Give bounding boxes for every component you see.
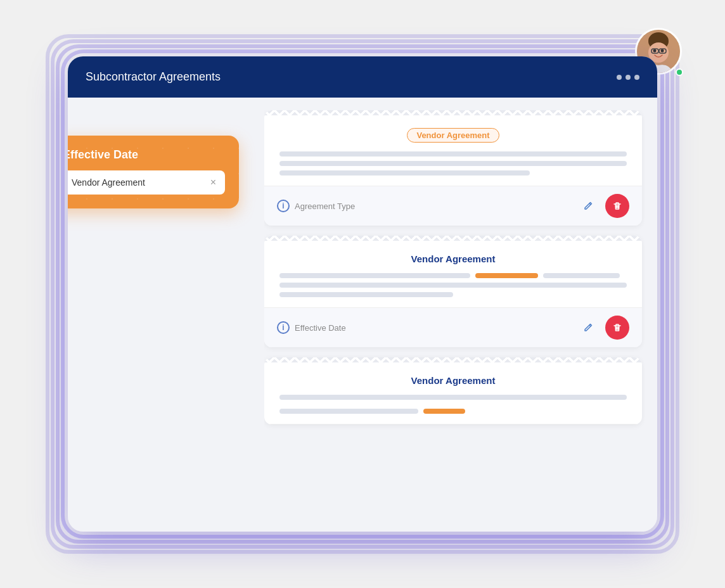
header-dot-3 xyxy=(634,75,639,80)
card-2-footer-left: i Effective Date xyxy=(277,321,346,334)
card-2-line-row-1 xyxy=(279,273,627,278)
edit-button[interactable] xyxy=(577,195,599,217)
card-1-title-badge: Vendor Agreement xyxy=(407,128,499,143)
card-3-lines xyxy=(279,395,627,414)
app-body: Effective Date Vendor Agreement × Vendor… xyxy=(68,98,657,532)
card-line xyxy=(279,170,530,176)
card-1-footer-actions xyxy=(577,194,629,218)
outer-wrapper: Subcontractor Agreements Effective Date … xyxy=(46,34,679,554)
card-2-lines xyxy=(279,273,627,297)
agreement-card-2: Vendor Agreement xyxy=(264,236,642,347)
card-line xyxy=(279,395,627,400)
svg-point-3 xyxy=(653,49,657,53)
card-2-footer-actions xyxy=(577,316,629,340)
card-2-title: Vendor Agreement xyxy=(279,253,627,264)
header-dot-2 xyxy=(626,75,631,80)
info-icon: i xyxy=(277,200,290,212)
agreement-card-3: Vendor Agreement xyxy=(264,357,642,425)
content-area: Vendor Agreement i Agreement Type xyxy=(264,110,645,519)
app-window: Subcontractor Agreements Effective Date … xyxy=(68,56,657,532)
effective-date-label: Effective Date xyxy=(68,148,225,162)
card-1-footer: i Agreement Type xyxy=(264,186,642,226)
effective-date-input-field[interactable]: Vendor Agreement × xyxy=(68,170,225,195)
card-line-orange xyxy=(475,273,538,278)
card-line xyxy=(279,161,627,166)
card-2-document: Vendor Agreement xyxy=(264,236,642,308)
online-indicator xyxy=(676,68,683,76)
card-line xyxy=(279,273,470,278)
delete-button[interactable] xyxy=(605,194,629,218)
header-dots-menu[interactable] xyxy=(617,75,639,80)
card-line xyxy=(279,292,453,297)
card-1-footer-label: Agreement Type xyxy=(295,201,355,211)
card-3-title: Vendor Agreement xyxy=(279,375,627,386)
card-1-document: Vendor Agreement xyxy=(264,110,642,186)
card-2-footer: i Effective Date xyxy=(264,308,642,347)
svg-point-4 xyxy=(661,49,664,53)
app-header: Subcontractor Agreements xyxy=(68,56,657,98)
card-line-orange xyxy=(423,409,465,414)
edit-button[interactable] xyxy=(577,317,599,338)
card-line xyxy=(543,273,620,278)
card-line xyxy=(279,409,418,414)
info-icon: i xyxy=(277,321,290,334)
effective-date-value: Vendor Agreement xyxy=(72,177,145,188)
header-dot-1 xyxy=(617,75,622,80)
effective-date-panel: Effective Date Vendor Agreement × xyxy=(68,136,239,208)
card-line xyxy=(279,283,627,288)
agreement-card-1: Vendor Agreement i Agreement Type xyxy=(264,110,642,226)
page-title: Subcontractor Agreements xyxy=(86,70,221,84)
effective-date-close-button[interactable]: × xyxy=(210,177,216,188)
card-3-document: Vendor Agreement xyxy=(264,357,642,425)
card-1-footer-left: i Agreement Type xyxy=(277,200,355,212)
card-2-footer-label: Effective Date xyxy=(295,323,346,333)
card-1-lines xyxy=(279,151,627,176)
delete-button[interactable] xyxy=(605,316,629,340)
card-line xyxy=(279,151,627,157)
